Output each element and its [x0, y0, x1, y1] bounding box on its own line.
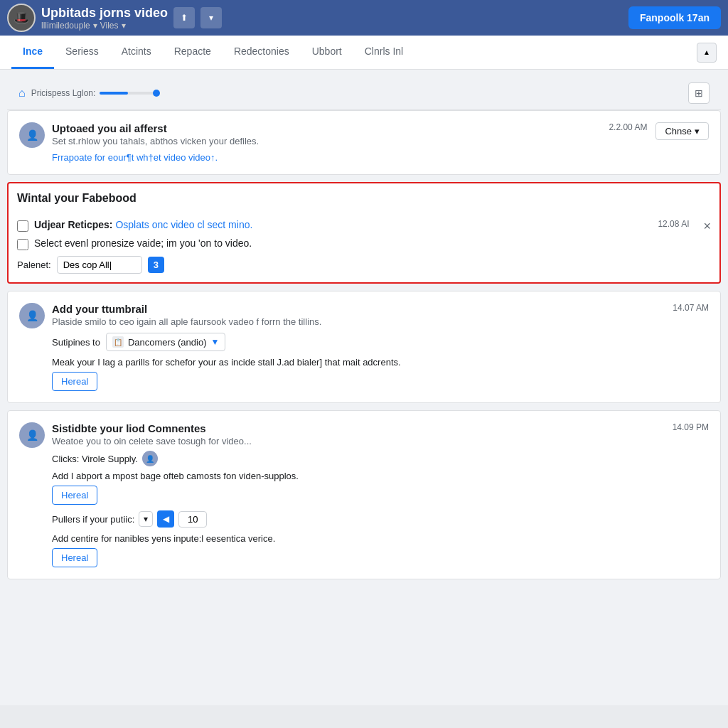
- nav-bar: Ince Seriess Atcints Repacte Redectonies…: [0, 36, 728, 70]
- choose-label: Chnse: [665, 126, 692, 136]
- sutipines-label: Sutipines to: [52, 337, 100, 348]
- meak-text: Meak your I lag a parills for schefor yo…: [52, 357, 401, 368]
- thumb-avatar: 👤: [19, 303, 45, 328]
- avatar: 🎩: [7, 4, 36, 32]
- sist-hereal-button[interactable]: Hereal: [52, 486, 97, 505]
- pullers-label: Pullers if your putiic:: [52, 514, 134, 525]
- progress-bar: [100, 92, 156, 95]
- sist-card: 👤 Sistidbte your liod Comnentes Weatoe y…: [7, 410, 721, 579]
- wintal-box: Wintal your Fabebood Udjear Reticpes: Os…: [7, 182, 721, 284]
- fb-action-button[interactable]: Fanpoolk 17an: [628, 6, 721, 29]
- choose-arrow-icon: ▾: [695, 126, 700, 136]
- sist-avatar: 👤: [19, 422, 45, 448]
- palenet-row: Palenet: 3: [17, 256, 658, 274]
- sist-card-subtitle: Weatoe you to oin celete save tosugh for…: [52, 436, 299, 446]
- upload-card-time: 2.2.00 AM: [609, 122, 647, 132]
- palenet-input[interactable]: [57, 256, 142, 274]
- checkbox1-row: Udjear Reticpes: Osplats onc video cl se…: [17, 219, 658, 232]
- upload-card-info: Uptoaed you ail afferst Set st.rhlow you…: [52, 122, 259, 163]
- subtitle-text: lllimiledouple: [41, 21, 90, 31]
- upload-avatar: 👤: [19, 122, 45, 148]
- upload-card-header: 👤 Uptoaed you ail afferst Set st.rhlow y…: [19, 122, 259, 163]
- upload-card-actions: 2.2.00 AM Chnse ▾: [609, 122, 709, 140]
- sist-hereal2-button[interactable]: Hereal: [52, 548, 97, 567]
- wintal-content-row: Udjear Reticpes: Osplats onc video cl se…: [17, 219, 711, 274]
- pullers-arrow-button[interactable]: ◀: [157, 510, 174, 528]
- upload-card-row: 👤 Uptoaed you ail afferst Set st.rhlow y…: [19, 122, 709, 163]
- add-centire-text: Add centire for nanibles yens inpute:l e…: [52, 533, 299, 544]
- add-text: Add I abport a mpost bage ofteb camosts …: [52, 471, 299, 481]
- page-subtitle: lllimiledouple ▾ Viles ▾: [41, 21, 168, 31]
- home-icon[interactable]: ⌂: [18, 87, 26, 100]
- dd-icon: 📋: [112, 336, 124, 348]
- main-content: ⌂ Pricispess Lglon: ⊞ 👤 Uptoaed you ail …: [0, 70, 728, 705]
- thumb-avatar-icon: 👤: [26, 310, 38, 321]
- page-title: Upbitads jorns video: [41, 6, 168, 21]
- sist-avatar-icon: 👤: [26, 429, 38, 441]
- upload-avatar-icon: 👤: [26, 129, 38, 141]
- subtitle-arrow: ▾: [93, 21, 97, 31]
- sist-card-row: 👤 Sistidbte your liod Comnentes Weatoe y…: [19, 422, 709, 567]
- subtitle2-arrow: ▾: [122, 21, 126, 31]
- upload-card: 👤 Uptoaed you ail afferst Set st.rhlow y…: [7, 110, 721, 175]
- breadcrumb-bar: ⌂ Pricispess Lglon: ⊞: [7, 77, 721, 110]
- share-icon-button[interactable]: ⬆: [173, 7, 195, 28]
- nav-item-clnrls[interactable]: Clnrls Inl: [353, 36, 414, 69]
- progress-bar-fill: [100, 92, 128, 95]
- avatar-hat-icon: 🎩: [14, 10, 29, 26]
- pullers-row: Pullers if your putiic: ▾ ◀: [52, 510, 299, 528]
- dropdown-arrow-icon: ▼: [210, 337, 219, 347]
- upload-card-subtitle: Set st.rhlow you tahals, abthos vicken y…: [52, 136, 259, 146]
- wintal-left: Udjear Reticpes: Osplats onc video cl se…: [17, 219, 658, 274]
- sist-card-title: Sistidbte your liod Comnentes: [52, 422, 299, 434]
- pullers-dropdown[interactable]: ▾: [139, 511, 153, 527]
- checkbox1-blue: Osplats onc video cl sect mino.: [115, 219, 252, 230]
- upload-card-title: Uptoaed you ail afferst: [52, 122, 259, 134]
- thumb-card-info: Add your ttumbrail Plaside smilo to ceo …: [52, 303, 401, 391]
- close-icon[interactable]: ×: [703, 219, 711, 234]
- top-bar: 🎩 Upbitads jorns video lllimiledouple ▾ …: [0, 0, 728, 36]
- dropdown-icon-button[interactable]: ▾: [200, 7, 222, 28]
- progress-dot: [153, 90, 160, 97]
- nav-item-atcints[interactable]: Atcints: [110, 36, 163, 69]
- nav-item-ubbort[interactable]: Ubbort: [301, 36, 353, 69]
- clicks-label: Clicks: Virole Supply.: [52, 454, 138, 464]
- top-bar-left: 🎩 Upbitads jorns video lllimiledouple ▾ …: [7, 4, 222, 32]
- breadcrumb-progress: Pricispess Lglon:: [31, 88, 682, 98]
- wintal-title: Wintal your Fabebood: [17, 192, 136, 205]
- choose-button[interactable]: Chnse ▾: [655, 122, 709, 140]
- sutipines-dropdown[interactable]: 📋 Dancomers (andio) ▼: [106, 333, 225, 351]
- nav-item-seriess[interactable]: Seriess: [54, 36, 110, 69]
- pullers-number-input[interactable]: [178, 511, 207, 528]
- sist-card-header: 👤 Sistidbte your liod Comnentes Weatoe y…: [19, 422, 299, 567]
- nav-item-redectonies[interactable]: Redectonies: [223, 36, 301, 69]
- thumb-card-subtitle: Plaside smilo to ceo igain all aple faur…: [52, 316, 401, 327]
- upload-card-link[interactable]: Frrapoate for eour¶t wh†et video video↑.: [52, 152, 259, 163]
- virole-row: Clicks: Virole Supply. 👤: [52, 451, 299, 466]
- checkbox2-row: Select evenl pronesize vaide; im you 'on…: [17, 237, 658, 250]
- subtitle2-text: Viles: [100, 21, 119, 31]
- nav-item-ince[interactable]: Ince: [11, 36, 54, 69]
- thumb-card: 👤 Add your ttumbrail Plaside smilo to ce…: [7, 291, 721, 403]
- wintal-time: 12.08 AI: [658, 219, 689, 229]
- nav-end: ▲: [697, 43, 717, 63]
- nav-collapse-button[interactable]: ▲: [697, 43, 717, 63]
- thumb-hereal-button[interactable]: Hereal: [52, 372, 97, 391]
- checkbox1[interactable]: [17, 220, 28, 232]
- highlight-section: Wintal your Fabebood Udjear Reticpes: Os…: [7, 182, 721, 284]
- checkbox2[interactable]: [17, 239, 28, 250]
- checkbox1-label: Udjear Reticpes: Osplats onc video cl se…: [34, 219, 252, 230]
- checkbox2-label: Select evenl pronesize vaide; im you 'on…: [34, 237, 252, 249]
- grid-view-button[interactable]: ⊞: [688, 82, 710, 104]
- thumb-card-title: Add your ttumbrail: [52, 303, 401, 315]
- nav-item-repacte[interactable]: Repacte: [163, 36, 223, 69]
- thumb-card-row: 👤 Add your ttumbrail Plaside smilo to ce…: [19, 303, 709, 391]
- sutipines-row: Sutipines to 📋 Dancomers (andio) ▼: [52, 333, 401, 351]
- virole-icon: 👤: [142, 451, 158, 466]
- palenet-badge: 3: [148, 257, 164, 273]
- pullers-dd-arrow: ▾: [144, 514, 148, 524]
- wintal-right: 12.08 AI ×: [658, 219, 711, 234]
- progress-label: Pricispess Lglon:: [31, 88, 96, 98]
- thumb-card-header: 👤 Add your ttumbrail Plaside smilo to ce…: [19, 303, 401, 391]
- top-bar-right: Fanpoolk 17an: [628, 6, 721, 29]
